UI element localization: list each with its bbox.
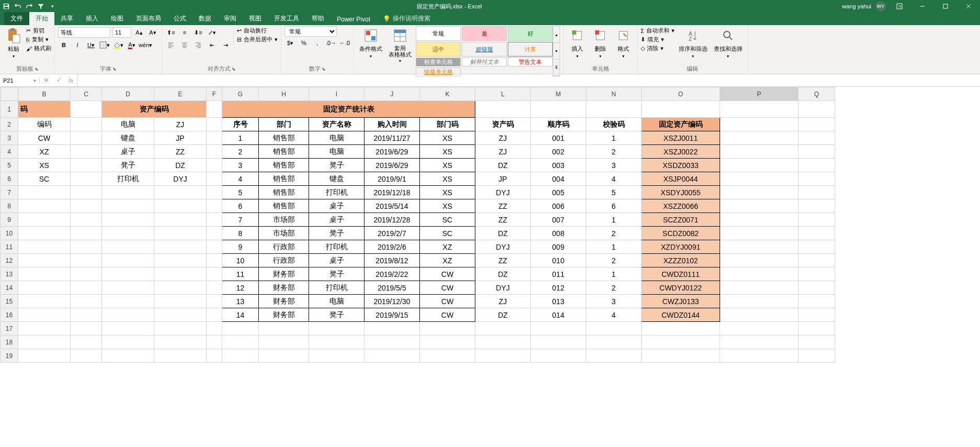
- col-head-N[interactable]: N: [586, 87, 642, 101]
- undo-icon[interactable]: [14, 2, 22, 10]
- style-warn[interactable]: 警告文本: [508, 58, 553, 66]
- tab-file[interactable]: 文件: [4, 12, 29, 25]
- col-head-B[interactable]: B: [18, 87, 71, 101]
- col-head-G[interactable]: G: [222, 87, 259, 101]
- italic-button[interactable]: I: [72, 39, 83, 51]
- format-painter-button[interactable]: 🖌格式刷: [26, 44, 51, 53]
- delete-cells-button[interactable]: 删除▾: [590, 26, 611, 60]
- borders-button[interactable]: ▾: [99, 39, 110, 51]
- ribbon-display-icon[interactable]: [890, 0, 909, 13]
- redo-icon[interactable]: [25, 2, 33, 10]
- style-good[interactable]: 好: [508, 26, 553, 41]
- align-right-icon[interactable]: [192, 39, 204, 51]
- tab-data[interactable]: 数据: [192, 12, 218, 25]
- col-head-H[interactable]: H: [259, 87, 309, 101]
- align-left-icon[interactable]: [165, 39, 177, 51]
- tab-insert[interactable]: 插入: [79, 12, 105, 25]
- row-head-17[interactable]: 17: [1, 322, 18, 336]
- align-center-icon[interactable]: [179, 39, 190, 51]
- tell-me-search[interactable]: 💡 操作说明搜索: [377, 12, 437, 25]
- row-head-7[interactable]: 7: [1, 186, 18, 199]
- font-name-select[interactable]: [58, 27, 110, 38]
- select-all-corner[interactable]: [1, 87, 18, 101]
- tab-powerpivot[interactable]: Power Pivot: [331, 14, 377, 25]
- tab-review[interactable]: 审阅: [218, 12, 243, 25]
- minimize-icon[interactable]: [913, 0, 932, 13]
- user-avatar[interactable]: WY: [875, 1, 886, 12]
- accounting-format-icon[interactable]: $▾: [284, 37, 296, 49]
- style-linked[interactable]: 链接单元格: [416, 68, 461, 76]
- accept-formula-icon[interactable]: ✓: [52, 74, 65, 87]
- phonetic-button[interactable]: wén▾: [140, 39, 151, 51]
- underline-button[interactable]: U▾: [85, 39, 97, 51]
- cell[interactable]: 资产编码: [102, 101, 207, 118]
- row-head-11[interactable]: 11: [1, 240, 18, 254]
- row-head-8[interactable]: 8: [1, 199, 18, 213]
- col-head-I[interactable]: I: [309, 87, 364, 101]
- style-normal[interactable]: 常规: [416, 26, 461, 41]
- font-size-select[interactable]: [112, 27, 131, 38]
- align-bottom-icon[interactable]: ⬇≡: [192, 27, 204, 38]
- col-head-F[interactable]: F: [207, 87, 222, 101]
- row-head-9[interactable]: 9: [1, 213, 18, 227]
- user-name[interactable]: wang yahui: [842, 3, 871, 9]
- worksheet-grid[interactable]: BCDEFGHIJKLMNOPQ1码资产编码固定资产统计表2编码电脑ZJ序号部门…: [0, 87, 980, 375]
- tab-help[interactable]: 帮助: [305, 12, 331, 25]
- orientation-icon[interactable]: ⤢▾: [206, 27, 218, 38]
- fill-button[interactable]: ⬇填充 ▾: [641, 35, 675, 44]
- style-neutral[interactable]: 适中: [416, 42, 461, 57]
- merge-center-button[interactable]: ⊟合并后居中 ▾: [237, 35, 278, 44]
- row-head-4[interactable]: 4: [1, 145, 18, 159]
- decrease-font-icon[interactable]: A▾: [147, 27, 158, 38]
- comma-format-icon[interactable]: ,: [312, 37, 323, 49]
- formula-input[interactable]: [78, 77, 980, 84]
- row-head-14[interactable]: 14: [1, 281, 18, 295]
- align-top-icon[interactable]: ⬆≡: [165, 27, 177, 38]
- maximize-icon[interactable]: [936, 0, 955, 13]
- col-head-J[interactable]: J: [364, 87, 420, 101]
- row-head-6[interactable]: 6: [1, 172, 18, 186]
- dialog-launcher-icon[interactable]: ⬊: [232, 66, 236, 72]
- increase-decimal-icon[interactable]: .0→: [325, 37, 337, 49]
- row-head-3[interactable]: 3: [1, 131, 18, 145]
- chevron-down-icon[interactable]: ▾: [33, 78, 36, 83]
- cell[interactable]: 码: [18, 101, 71, 118]
- align-middle-icon[interactable]: ≡: [179, 27, 190, 38]
- tab-share[interactable]: 共享: [54, 12, 79, 25]
- row-head-18[interactable]: 18: [1, 336, 18, 349]
- cell[interactable]: 固定资产统计表: [222, 101, 475, 118]
- col-head-O[interactable]: O: [642, 87, 720, 101]
- row-head-5[interactable]: 5: [1, 159, 18, 172]
- row-head-16[interactable]: 16: [1, 308, 18, 322]
- conditional-formatting-button[interactable]: 条件格式▾: [357, 26, 384, 60]
- row-head-10[interactable]: 10: [1, 227, 18, 240]
- row-head-15[interactable]: 15: [1, 295, 18, 308]
- col-head-P[interactable]: P: [720, 87, 799, 101]
- cut-button[interactable]: ✂剪切: [26, 26, 51, 35]
- style-bad[interactable]: 差: [462, 26, 507, 41]
- gallery-down-icon[interactable]: ▾: [553, 43, 560, 59]
- increase-indent-icon[interactable]: ⇥: [220, 39, 231, 51]
- font-color-button[interactable]: A▾: [126, 39, 138, 51]
- dialog-launcher-icon[interactable]: ⬊: [322, 66, 326, 72]
- gallery-up-icon[interactable]: ▴: [553, 27, 560, 43]
- qat-dropdown-icon[interactable]: ▾: [48, 2, 56, 10]
- decrease-indent-icon[interactable]: ⇤: [206, 39, 218, 51]
- filter-icon[interactable]: [37, 2, 45, 10]
- autosum-button[interactable]: Σ自动求和 ▾: [641, 26, 675, 35]
- style-check[interactable]: 检查单元格: [416, 58, 461, 66]
- col-head-C[interactable]: C: [71, 87, 102, 101]
- row-head-19[interactable]: 19: [1, 349, 18, 363]
- dialog-launcher-icon[interactable]: ⬊: [112, 66, 117, 72]
- name-box[interactable]: ▾: [0, 77, 40, 84]
- row-head-2[interactable]: 2: [1, 118, 18, 131]
- format-as-table-button[interactable]: 套用 表格格式▾: [386, 26, 414, 64]
- tab-formulas[interactable]: 公式: [167, 12, 192, 25]
- cancel-formula-icon[interactable]: ✕: [40, 74, 52, 87]
- tab-home[interactable]: 开始: [29, 12, 54, 25]
- paste-button[interactable]: 粘贴 ▾: [3, 26, 24, 60]
- row-head-1[interactable]: 1: [1, 101, 18, 118]
- decrease-decimal-icon[interactable]: ←.0: [339, 37, 350, 49]
- gallery-more-icon[interactable]: ⊻: [553, 60, 560, 76]
- bold-button[interactable]: B: [58, 39, 70, 51]
